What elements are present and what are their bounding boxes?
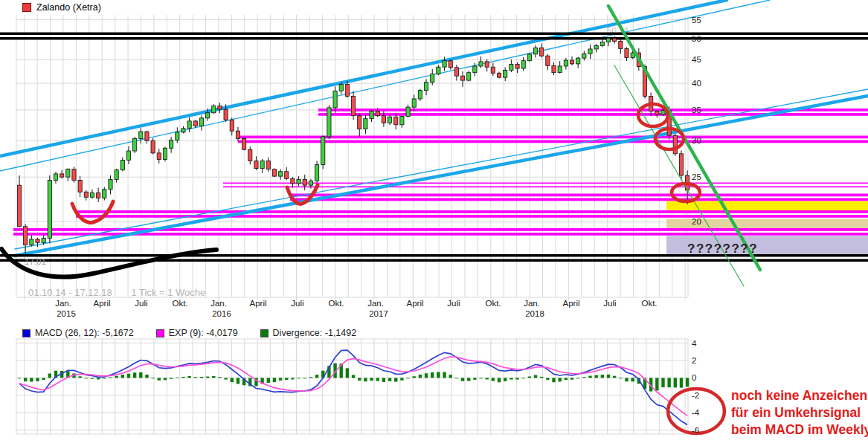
svg-text:2015: 2015 (57, 309, 76, 318)
svg-text:25: 25 (692, 172, 701, 181)
macd-swatch-icon (22, 329, 30, 337)
svg-text:-2: -2 (692, 391, 699, 400)
macd-value-label: MACD (26, 12): -5,1672 (35, 328, 134, 338)
svg-text:Okt.: Okt. (172, 299, 187, 308)
svg-text:17.01: 17.01 (25, 257, 46, 266)
divergence-value-label: Divergence: -1,1492 (273, 328, 357, 338)
chart-header: Zalando (Xetra) (22, 2, 101, 13)
macd-divergence-histogram (18, 363, 689, 392)
svg-text:0: 0 (692, 373, 696, 382)
tick-note-label: 1 Tick = 1 Woche (131, 287, 205, 298)
svg-text:50: 50 (692, 34, 701, 43)
svg-text:2016: 2016 (212, 309, 231, 318)
support-resistance-lines (13, 109, 868, 236)
instrument-marker-icon (22, 3, 31, 12)
chart-window: 50.34????????17.015550454035302520420-2-… (0, 0, 868, 443)
svg-text:40: 40 (692, 79, 701, 88)
svg-text:20: 20 (692, 217, 701, 226)
svg-text:April: April (406, 299, 423, 308)
price-and-macd-chart[interactable]: 50.34????????17.015550454035302520420-2-… (0, 0, 868, 443)
svg-text:55: 55 (692, 16, 701, 25)
divergence-legend-item: Divergence: -1,1492 (260, 328, 357, 338)
question-marks-annotation: ???????? (687, 242, 758, 256)
instrument-title: Zalando (Xetra) (36, 2, 101, 13)
analyst-note: noch keine Anzeichen für ein Umkehrsigna… (731, 387, 868, 438)
exp-swatch-icon (156, 329, 164, 337)
divergence-swatch-icon (260, 329, 269, 337)
macd-signal-line (19, 357, 687, 415)
date-range-label: 01.10.14 - 17.12.18 (28, 287, 112, 298)
axis-labels: 5550454035302520420-2-4-6Jan.2015AprilJu… (55, 16, 701, 435)
svg-text:2017: 2017 (369, 309, 388, 318)
note-line: beim MACD im Weekly (731, 421, 868, 439)
chart-footer-info: 01.10.14 - 17.12.18 1 Tick = 1 Woche (28, 287, 222, 298)
svg-text:Jan.: Jan. (524, 299, 540, 308)
svg-text:Juli: Juli (603, 299, 616, 308)
svg-text:April: April (249, 299, 266, 308)
svg-text:Okt.: Okt. (328, 299, 344, 308)
svg-text:Juli: Juli (447, 299, 460, 308)
macd-legend: MACD (26, 12): -5,1672 EXP (9): -4,0179 … (22, 328, 379, 338)
macd-line (19, 350, 687, 424)
svg-text:-4: -4 (692, 408, 700, 417)
note-line: für ein Umkehrsignal (731, 404, 868, 421)
note-line: noch keine Anzeichen (731, 387, 868, 404)
svg-text:Jan.: Jan. (210, 299, 227, 308)
svg-text:-6: -6 (692, 426, 699, 435)
svg-text:Jan.: Jan. (55, 299, 71, 308)
svg-text:2018: 2018 (525, 309, 544, 318)
svg-text:April: April (93, 299, 110, 308)
exp-legend-item: EXP (9): -4,0179 (156, 328, 238, 338)
svg-text:4: 4 (692, 339, 697, 348)
svg-text:45: 45 (692, 55, 701, 64)
svg-text:Okt.: Okt. (641, 299, 657, 308)
svg-text:35: 35 (692, 106, 701, 114)
svg-text:Jan.: Jan. (367, 299, 384, 308)
svg-text:30: 30 (692, 136, 701, 145)
svg-text:Juli: Juli (135, 299, 147, 308)
svg-text:Okt.: Okt. (485, 299, 501, 308)
red-annotations (72, 104, 724, 433)
exp-value-label: EXP (9): -4,0179 (169, 328, 238, 338)
svg-text:2: 2 (692, 356, 696, 365)
svg-text:Juli: Juli (291, 299, 303, 308)
svg-text:April: April (562, 299, 579, 308)
macd-legend-item: MACD (26, 12): -5,1672 (22, 328, 134, 338)
